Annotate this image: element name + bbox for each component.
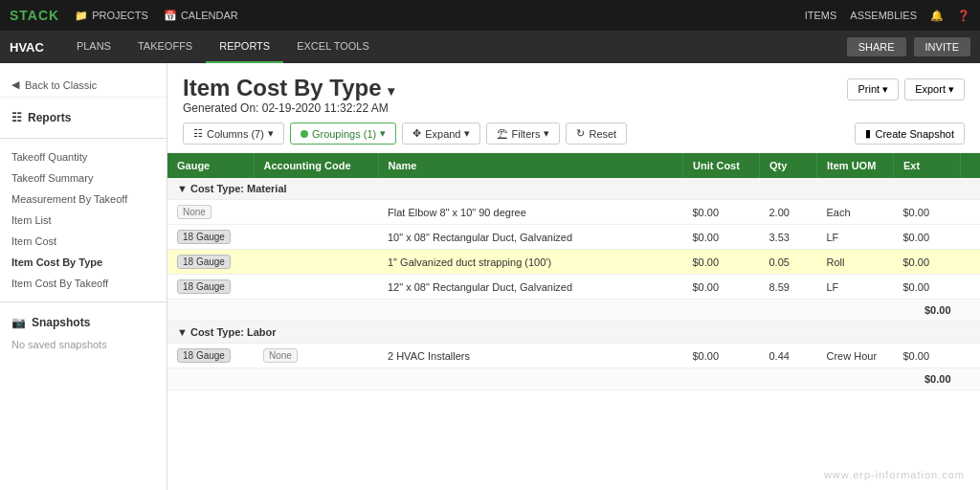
cell-acct: None [254,344,378,368]
cell-ext: $0.00 [894,275,961,300]
cell-acct [254,200,378,225]
cell-uom: Roll [817,250,894,275]
table-header-row: Gauge Accounting Code Name Unit Cost Qty… [167,153,980,178]
tab-plans[interactable]: PLANS [63,31,124,63]
toolbar: ☷ Columns (7) ▾ Groupings (1) ▾ ✥ Expand… [167,115,980,153]
calendar-icon: 📅 [164,10,177,22]
snapshots-section-header: 📷 Snapshots [0,310,167,335]
cell-unit-cost: $0.00 [683,250,760,275]
subtotal-end [961,368,981,390]
toggle-caret[interactable]: ▼ [177,183,188,194]
cell-uom: LF [817,275,894,300]
report-header-left: Item Cost By Type ▾ Generated On: 02-19-… [183,75,394,115]
main-layout: ◀ Back to Classic ☷ Reports Takeoff Quan… [0,63,980,490]
folder-icon: 📁 [75,10,88,22]
cell-ext: $0.00 [894,225,961,250]
sidebar-item-item-cost-by-type[interactable]: Item Cost By Type [0,252,167,273]
bell-icon[interactable]: 🔔 [930,10,944,22]
subtotal-value: $0.00 [894,300,961,322]
content-header-row: Item Cost By Type ▾ Generated On: 02-19-… [167,63,980,115]
export-button[interactable]: Export ▾ [904,78,965,100]
cell-ext: $0.00 [894,200,961,225]
report-title: Item Cost By Type ▾ [183,75,394,101]
reset-button[interactable]: ↻ Reset [566,122,627,145]
acct-none-badge: None [263,348,298,363]
back-icon: ◀ [11,78,19,91]
groupings-button[interactable]: Groupings (1) ▾ [290,122,396,145]
table-row: 18 Gauge 10" x 08" Rectangular Duct, Gal… [167,225,980,250]
gauge-badge: 18 Gauge [177,255,231,269]
table-row: 18 Gauge 1" Galvanized duct strapping (1… [167,250,980,275]
cell-uom: Crew Hour [817,344,894,368]
sidebar-item-item-list[interactable]: Item List [0,210,167,231]
subtotal-end [961,300,981,322]
tab-reports[interactable]: REPORTS [206,31,283,63]
cell-gauge: 18 Gauge [167,250,254,275]
cell-qty: 8.59 [760,275,817,300]
header-ext: Ext [894,153,961,178]
sidebar-item-takeoff-summary[interactable]: Takeoff Summary [0,167,167,189]
items-nav[interactable]: ITEMS [805,10,837,21]
gauge-badge: 18 Gauge [177,230,231,244]
sidebar-item-item-cost[interactable]: Item Cost [0,231,167,252]
table-row: 18 Gauge 12" x 08" Rectangular Duct, Gal… [167,275,980,300]
expand-button[interactable]: ✥ Expand ▾ [402,122,480,145]
filters-button[interactable]: ⛱ Filters ▾ [486,122,560,145]
cell-qty: 0.44 [760,344,817,368]
cell-acct [254,275,378,300]
header-item-uom: Item UOM [817,153,894,178]
toggle-caret[interactable]: ▼ [177,326,188,338]
projects-nav[interactable]: 📁 PROJECTS [75,10,148,22]
assemblies-nav[interactable]: ASSEMBLIES [850,10,917,21]
cell-ext: $0.00 [894,250,961,275]
cell-spacer [961,344,981,368]
section-title: HVAC [10,40,44,55]
header-gauge: Gauge [167,153,254,178]
reset-icon: ↻ [576,127,585,140]
sidebar-item-measurement-by-takeoff[interactable]: Measurement By Takeoff [0,189,167,210]
sidebar-item-takeoff-quantity[interactable]: Takeoff Quantity [0,146,167,167]
cell-ext: $0.00 [894,344,961,368]
invite-button[interactable]: INVITE [914,37,970,56]
print-button[interactable]: Print ▾ [847,78,899,100]
tab-excel-tools[interactable]: EXCEL TOOLS [283,31,383,63]
second-nav-actions: SHARE INVITE [847,37,970,56]
calendar-nav[interactable]: 📅 CALENDAR [164,10,238,22]
cell-qty: 0.05 [760,250,817,275]
tab-takeoffs[interactable]: TAKEOFFS [124,31,206,63]
section-tabs: PLANS TAKEOFFS REPORTS EXCEL TOOLS [63,31,847,63]
group-row: ▼ Cost Type: Labor [167,322,980,344]
toolbar-left: ☷ Columns (7) ▾ Groupings (1) ▾ ✥ Expand… [183,122,627,145]
back-to-classic-button[interactable]: ◀ Back to Classic [0,73,167,98]
subtotal-row: $0.00 [167,300,980,322]
subtotal-value: $0.00 [894,368,961,390]
toolbar-right: ▮ Create Snapshot [855,122,965,145]
generated-label: Generated On: 02-19-2020 11:32:22 AM [183,101,394,115]
share-button[interactable]: SHARE [847,37,906,56]
group-label: ▼ Cost Type: Labor [167,322,980,344]
columns-button[interactable]: ☷ Columns (7) ▾ [183,122,284,145]
title-caret-icon[interactable]: ▾ [388,83,394,99]
cell-unit-cost: $0.00 [683,200,760,225]
subtotal-row: $0.00 [167,368,980,390]
cell-unit-cost: $0.00 [683,275,760,300]
help-icon[interactable]: ❓ [957,10,970,22]
create-snapshot-button[interactable]: ▮ Create Snapshot [855,122,965,145]
sidebar-item-item-cost-by-takeoff[interactable]: Item Cost By Takeoff [0,273,167,294]
table-row: None Flat Elbow 8" x 10" 90 degree $0.00… [167,200,980,225]
cell-acct [254,250,378,275]
header-name: Name [378,153,683,178]
cell-unit-cost: $0.00 [683,344,760,368]
cell-qty: 3.53 [760,225,817,250]
cell-spacer [961,200,981,225]
second-nav: HVAC PLANS TAKEOFFS REPORTS EXCEL TOOLS … [0,31,980,63]
group-row: ▼ Cost Type: Material [167,178,980,200]
cell-gauge: 18 Gauge [167,344,254,368]
header-acct-code: Accounting Code [254,153,378,178]
none-badge: None [177,205,212,219]
header-unit-cost: Unit Cost [683,153,760,178]
cell-gauge: 18 Gauge [167,225,254,250]
cell-name: 10" x 08" Rectangular Duct, Galvanized [378,225,683,250]
report-table-container: Gauge Accounting Code Name Unit Cost Qty… [167,153,980,390]
cell-gauge: None [167,200,254,225]
